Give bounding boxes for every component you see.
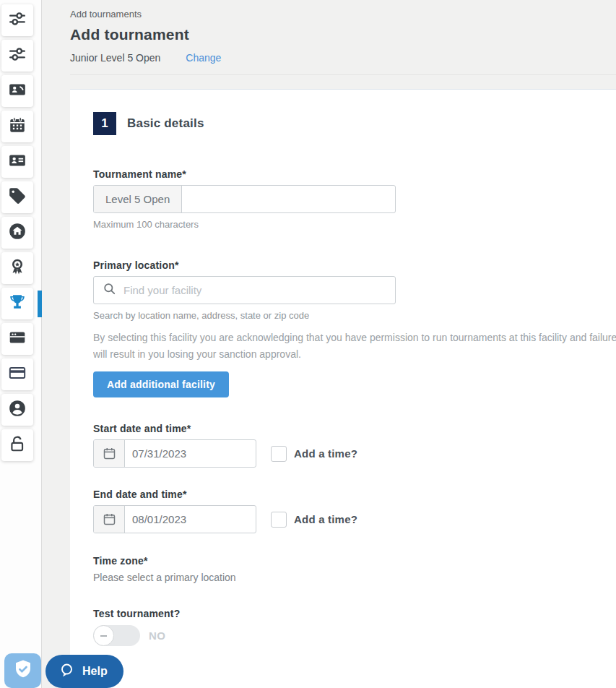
sidebar-item-window[interactable] (1, 323, 33, 355)
facility-search-group (93, 276, 396, 304)
start-date-group (93, 439, 256, 468)
chat-bubble-icon (58, 662, 75, 681)
sidebar-item-payments[interactable] (1, 358, 33, 390)
tournament-name-label: Tournament name* (93, 168, 616, 180)
primary-location-label: Primary location* (93, 259, 616, 271)
profile-icon (8, 399, 27, 421)
shield-check-icon (12, 658, 34, 683)
end-add-time-checkbox[interactable] (271, 512, 287, 528)
sidebar-item-settings-2[interactable] (1, 40, 33, 72)
selected-tournament-type: Junior Level 5 Open (70, 52, 160, 64)
sidebar-item-calendar[interactable] (1, 111, 33, 142)
start-add-time[interactable]: Add a time? (271, 446, 357, 462)
id-card-icon (8, 151, 27, 173)
change-link[interactable]: Change (186, 52, 221, 64)
facility-disclaimer-line2: will result in you losing your sanction … (93, 346, 616, 363)
section-title: Basic details (127, 116, 204, 131)
calendar-icon[interactable] (94, 440, 125, 467)
sidebar-item-contacts[interactable] (1, 75, 33, 107)
step-number-badge: 1 (93, 112, 116, 135)
sidebar-item-home[interactable] (1, 217, 33, 249)
tournament-name-group: Level 5 Open (93, 185, 396, 213)
end-add-time[interactable]: Add a time? (271, 512, 357, 528)
test-tournament-toggle[interactable] (93, 625, 140, 646)
contact-card-icon (8, 80, 27, 102)
section-header: 1 Basic details (93, 112, 616, 135)
end-add-time-label: Add a time? (294, 513, 357, 525)
sidebar-item-security[interactable] (1, 429, 33, 461)
facility-disclaimer: By selecting this facility you are ackno… (93, 330, 616, 363)
toggle-knob (93, 625, 114, 646)
calendar-icon[interactable] (94, 506, 125, 533)
page-header: Add tournaments Add tournament Junior Le… (70, 0, 616, 64)
start-add-time-label: Add a time? (294, 447, 357, 460)
facility-search-helper: Search by location name, address, state … (93, 310, 616, 321)
page-title: Add tournament (70, 26, 616, 43)
facility-search-input[interactable] (116, 284, 395, 296)
sidebar-item-profile[interactable] (1, 394, 33, 426)
trophy-icon (8, 293, 27, 314)
start-add-time-checkbox[interactable] (271, 446, 287, 462)
tournament-name-input[interactable] (182, 186, 395, 212)
sidebar-item-tags[interactable] (1, 181, 33, 213)
home-icon (8, 222, 27, 244)
lock-icon (8, 434, 27, 456)
time-zone-label: Time zone* (93, 555, 616, 567)
sidebar-item-settings-1[interactable] (1, 4, 33, 36)
time-zone-helper: Please select a primary location (93, 572, 616, 583)
sidebar (0, 0, 42, 688)
basic-details-card: 1 Basic details Tournament name* Level 5… (70, 89, 616, 688)
active-item-indicator (38, 291, 42, 317)
header-divider (70, 74, 616, 75)
sliders-icon (8, 9, 27, 31)
calendar-icon (8, 116, 27, 137)
tournament-name-prefix: Level 5 Open (94, 186, 182, 212)
breadcrumb: Add tournaments (70, 9, 616, 20)
facility-disclaimer-line1: By selecting this facility you are ackno… (93, 330, 616, 346)
tournament-name-helper: Maximum 100 characters (93, 219, 616, 230)
sidebar-item-id-card[interactable] (1, 146, 33, 178)
browser-window-icon (8, 328, 27, 350)
start-date-input[interactable] (125, 440, 256, 467)
start-date-label: Start date and time* (93, 423, 616, 434)
toggle-state-label: NO (149, 629, 166, 642)
sidebar-item-tournaments[interactable] (1, 288, 33, 319)
end-date-group (93, 505, 256, 533)
sidebar-item-awards[interactable] (1, 252, 33, 284)
privacy-shield-widget[interactable] (4, 653, 41, 688)
award-icon (8, 257, 27, 279)
credit-card-icon (8, 364, 27, 385)
end-date-input[interactable] (125, 506, 256, 533)
add-additional-facility-button[interactable]: Add additional facility (93, 371, 229, 397)
help-button[interactable]: Help (45, 655, 123, 688)
sliders-icon (8, 45, 27, 66)
help-button-label: Help (82, 665, 108, 678)
search-icon (94, 282, 116, 298)
tag-icon (8, 186, 27, 208)
test-tournament-label: Test tournament? (93, 608, 616, 619)
end-date-label: End date and time* (93, 489, 616, 500)
